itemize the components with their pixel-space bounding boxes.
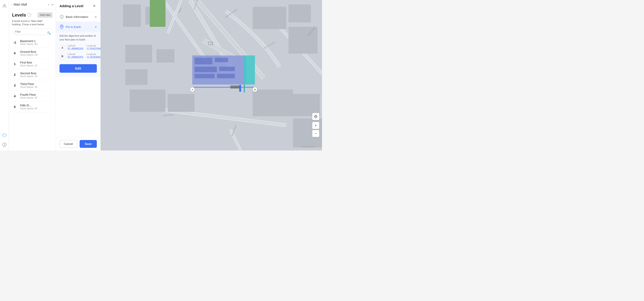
svg-text:A: A [192, 88, 193, 91]
point-b-circle: B [60, 54, 65, 59]
list-item[interactable]: 5 Fifth Fl... Short Name: 5F [12, 102, 52, 112]
pin-to-earth-label: Pin to Earth [66, 25, 81, 28]
pin-to-earth-content: Edit the alignment and position of your … [56, 32, 100, 76]
level-name: Second floor [20, 72, 38, 75]
close-button[interactable]: ✕ [92, 3, 97, 8]
modal-title: Adding a Level [60, 4, 84, 8]
map-svg: Square Lancelot Place Brompton Road Hans… [100, 0, 322, 150]
basic-info-header-left: Basic Information [60, 14, 88, 19]
pin-to-earth-header-left: Pin to Earth [60, 24, 81, 29]
modal-footer: Cancel Save [56, 137, 100, 150]
edit-button[interactable]: Edit [60, 64, 97, 73]
levels-panel: ‹ Main Mall ∨ ⇥ Levels ? Add new 8 level… [9, 0, 56, 150]
zoom-in-button[interactable]: + [312, 122, 319, 129]
svg-rect-53 [194, 67, 217, 72]
level-name: Third Floor [20, 82, 38, 86]
filter-input[interactable] [12, 28, 52, 35]
level-info: Second floor Short Name: 2F [20, 72, 38, 78]
svg-point-3 [4, 144, 5, 144]
point-a-lat-group: Latitude 51.49896269 [68, 44, 83, 50]
point-a-lng-group: Longitude -0.16402066 [86, 44, 101, 50]
svg-rect-27 [150, 0, 166, 27]
level-short-name: Short Name: 4F [20, 96, 38, 99]
levels-list: -1 Basement 1 Short Name: B1 0 Ground fl… [9, 37, 56, 150]
point-b-lng-value: -0.16258061 [86, 56, 101, 59]
basic-info-header[interactable]: Basic Information ∨ [56, 12, 100, 22]
level-number: 1 [12, 62, 18, 66]
svg-rect-28 [125, 45, 152, 62]
levels-title: Levels [12, 12, 26, 18]
point-b-lng-label: Longitude [86, 53, 101, 56]
svg-rect-50 [244, 56, 255, 84]
help-icon[interactable]: ? [27, 13, 31, 17]
user-icon[interactable] [1, 3, 8, 9]
svg-text:B: B [254, 88, 256, 91]
svg-rect-34 [253, 90, 293, 116]
point-b-row: B Latitude 51.49896263 Longitude -0.1625… [60, 53, 97, 59]
pin-icon [60, 24, 64, 29]
modal-header: Adding a Level ✕ [56, 0, 100, 12]
list-item[interactable]: -1 Basement 1 Short Name: B1 [12, 37, 52, 48]
svg-point-66 [315, 116, 316, 117]
level-short-name: Short Name: 1F [20, 64, 38, 67]
svg-text:A4: A4 [209, 42, 212, 45]
nav-back-button[interactable]: ‹ [11, 3, 12, 6]
save-button[interactable]: Save [80, 140, 97, 148]
point-b-lat-group: Latitude 51.49896263 [68, 53, 83, 59]
levels-title-wrap: Levels ? [12, 12, 31, 18]
point-b-lat-value: 51.49896263 [68, 56, 83, 59]
list-item[interactable]: 4 Fourth Floor Short Name: 4F [12, 91, 52, 102]
filter-wrap: 🔍 [9, 28, 56, 37]
svg-rect-30 [125, 69, 148, 85]
svg-rect-59 [244, 84, 245, 92]
point-b-lat-label: Latitude [68, 53, 83, 56]
basic-info-chevron: ∨ [95, 15, 97, 18]
list-item[interactable]: 0 Ground floor Short Name: GF [12, 48, 52, 58]
point-a-lat-label: Latitude [68, 44, 83, 47]
level-number: 3 [12, 84, 18, 87]
levels-header: Levels ? Add new [9, 9, 56, 20]
svg-rect-29 [156, 49, 174, 62]
svg-rect-37 [130, 90, 166, 112]
svg-rect-54 [219, 67, 235, 71]
search-icon: 🔍 [47, 31, 51, 34]
list-item[interactable]: 3 Third Floor Short Name: 3F [12, 80, 52, 91]
level-number: 5 [12, 105, 18, 109]
level-info: Fourth Floor Short Name: 4F [20, 93, 38, 99]
nav-dropdown-icon[interactable]: ∨ [48, 3, 50, 6]
point-a-circle: A [60, 45, 65, 51]
svg-rect-25 [123, 4, 141, 27]
point-a-coords: Latitude 51.49896269 Longitude -0.164020… [68, 44, 101, 50]
zoom-out-button[interactable]: − [312, 130, 319, 137]
level-short-name: Short Name: 2F [20, 75, 38, 78]
level-info: Fifth Fl... Short Name: 5F [20, 104, 38, 110]
svg-rect-56 [217, 74, 235, 78]
modal-dialog: Adding a Level ✕ Basic Information ∨ [56, 0, 100, 150]
icon-bar [0, 0, 9, 150]
point-b-lng-group: Longitude -0.16258061 [86, 53, 101, 59]
level-info: Ground floor Short Name: GF [20, 50, 38, 56]
level-info: First floor Short Name: 1F [20, 61, 38, 67]
pin-to-earth-section: Pin to Earth ∧ Edit the alignment and po… [56, 22, 100, 76]
svg-rect-55 [194, 74, 215, 78]
level-info: Third Floor Short Name: 3F [20, 82, 38, 88]
svg-point-7 [61, 26, 62, 27]
location-button[interactable] [312, 113, 319, 120]
nav-collapse-button[interactable]: ⇥ [51, 3, 54, 6]
level-short-name: Short Name: B1 [20, 43, 38, 46]
point-a-lng-value: -0.16402066 [86, 47, 101, 50]
map-area[interactable]: Square Lancelot Place Brompton Road Hans… [100, 0, 322, 150]
level-name: Basement 1 [20, 39, 38, 43]
info-icon[interactable] [1, 142, 8, 148]
level-name: Ground floor [20, 50, 38, 54]
levels-nav: ‹ Main Mall ∨ ⇥ [9, 0, 56, 9]
cloud-icon[interactable] [1, 132, 8, 138]
cancel-button[interactable]: Cancel [60, 140, 77, 148]
add-new-button[interactable]: Add new [38, 12, 52, 18]
svg-rect-60 [230, 86, 239, 88]
level-number: 2 [12, 73, 18, 76]
list-item[interactable]: 2 Second floor Short Name: 2F [12, 69, 52, 80]
svg-point-0 [4, 4, 5, 6]
pin-to-earth-header[interactable]: Pin to Earth ∧ [56, 22, 100, 32]
list-item[interactable]: 1 First floor Short Name: 1F [12, 58, 52, 69]
